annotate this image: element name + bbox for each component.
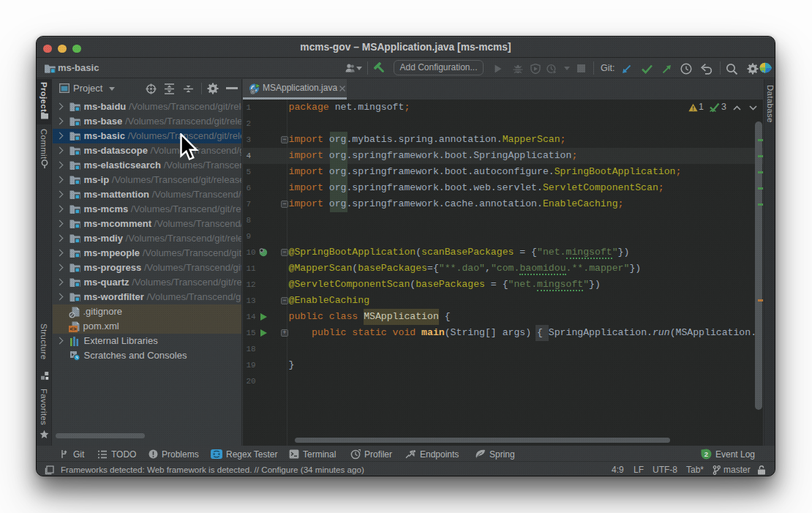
svg-text:2: 2: [704, 450, 708, 458]
